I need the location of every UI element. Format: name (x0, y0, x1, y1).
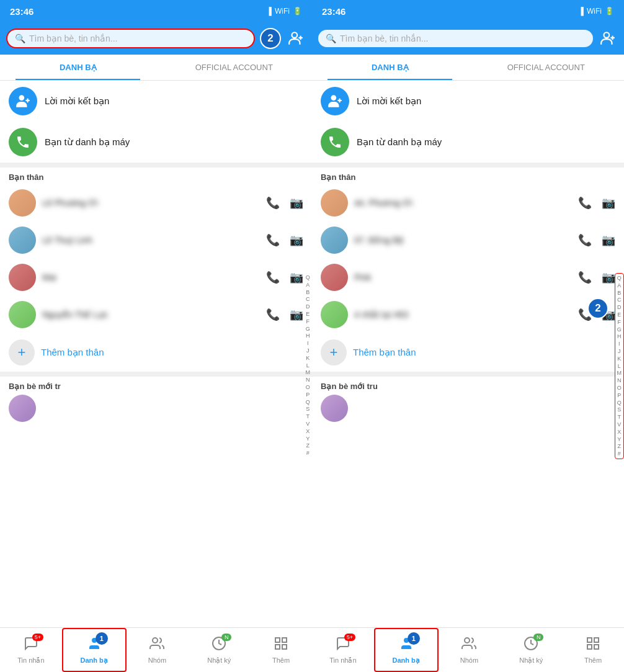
left-nav-messages[interactable]: 5+ Tin nhắn (0, 628, 62, 672)
left-tab-danh-ba[interactable]: DANH BẠ (0, 55, 156, 80)
right-search-placeholder: Tìm bạn bè, tin nhắn... (340, 34, 429, 43)
right-add-best-friend-btn[interactable]: + Thêm bạn thân (312, 333, 624, 372)
left-contact-2[interactable]: Lê Thuỳ Linh 📞 📷 (0, 222, 312, 259)
right-nav-contacts[interactable]: 1 Danh bạ (374, 628, 439, 672)
left-status-time: 23:46 (10, 6, 33, 17)
right-phone-contacts[interactable]: Bạn từ danh bạ máy (312, 122, 624, 163)
left-call-icon-4[interactable]: 📞 (266, 308, 280, 321)
left-contact-1[interactable]: Lê Phương Ơi 📞 📷 (0, 184, 312, 222)
left-contact-name-4: Nguyễn Thế Lực (42, 310, 260, 320)
right-nav-diary-label: Nhật ký (519, 656, 543, 665)
left-phone-contacts[interactable]: Bạn từ danh bạ máy (0, 122, 312, 163)
right-nav-groups[interactable]: Nhóm (439, 628, 501, 672)
left-nav-diary-badge: N (221, 634, 231, 641)
left-nav-more[interactable]: Thêm (250, 628, 312, 672)
right-friend-invite[interactable]: Lời mời kết bạn (312, 81, 624, 122)
svg-rect-10 (282, 638, 287, 642)
right-contact-1[interactable]: 44. Phương Ơi 📞 📷 (312, 184, 624, 222)
left-search-wrapper[interactable]: 🔍 Tìm bạn bè, tin nhắn... (6, 29, 255, 48)
right-tab-official[interactable]: OFFICIAL ACCOUNT (468, 55, 625, 80)
svg-rect-9 (275, 638, 280, 642)
left-contact-4[interactable]: Nguyễn Thế Lực 📞 📷 (0, 296, 312, 333)
left-actions-1: 📞 📷 (266, 196, 303, 210)
right-nav-diary[interactable]: N Nhật ký (500, 628, 562, 672)
right-nav-messages[interactable]: 5+ Tin nhắn (312, 628, 374, 672)
left-contact-name-3: Mai (42, 272, 260, 282)
right-nav-messages-badge: 5+ (344, 634, 355, 641)
right-avatar-2 (321, 226, 348, 254)
right-nav-contacts-label: Danh bạ (393, 656, 420, 665)
right-tab-danh-ba[interactable]: DANH BẠ (312, 55, 468, 80)
left-add-best-friend-btn[interactable]: + Thêm bạn thân (0, 333, 312, 372)
right-contact-name-3: Pink (354, 272, 572, 282)
right-avatar-4 (321, 301, 348, 328)
right-call-icon-2[interactable]: 📞 (578, 233, 592, 247)
left-new-friend-1[interactable] (9, 395, 303, 422)
right-nav-messages-label: Tin nhắn (329, 656, 356, 665)
right-video-icon-2[interactable]: 📷 (602, 233, 615, 247)
left-nav-contacts-label: Danh bạ (81, 656, 108, 665)
svg-point-0 (292, 32, 298, 38)
right-call-icon-3[interactable]: 📞 (578, 271, 592, 284)
left-nav-diary-label: Nhật ký (207, 656, 231, 665)
left-call-icon-3[interactable]: 📞 (266, 271, 280, 284)
left-video-icon-4[interactable]: 📷 (290, 308, 303, 321)
left-nav-messages-badge: 5+ (32, 634, 43, 641)
right-contact-3[interactable]: Pink 📞 📷 (312, 259, 624, 296)
wifi-icon: WiFi (275, 7, 290, 16)
left-nav-groups-label: Nhóm (148, 656, 166, 664)
right-actions-3: 📞 📷 (578, 271, 615, 284)
right-status-icons: ▐ WiFi 🔋 (578, 7, 614, 16)
left-friend-invite[interactable]: Lời mời kết bạn (0, 81, 312, 122)
left-avatar-2 (9, 226, 36, 254)
right-nav-more[interactable]: Thêm (562, 628, 624, 672)
right-video-icon-1[interactable]: 📷 (602, 196, 615, 210)
left-phone-panel: 23:46 ▐ WiFi 🔋 🔍 Tìm bạn bè, tin nhắn...… (0, 0, 312, 672)
left-nav-contacts-icon: 1 (87, 636, 102, 655)
left-nav-contacts[interactable]: 1 Danh bạ (62, 628, 127, 672)
right-new-friend-1[interactable] (321, 395, 615, 422)
left-call-icon-1[interactable]: 📞 (266, 196, 280, 210)
left-contact-3[interactable]: Mai 📞 📷 (0, 259, 312, 296)
svg-rect-22 (587, 638, 592, 642)
left-friend-invite-label: Lời mời kết bạn (45, 96, 303, 107)
right-friend-invite-label: Lời mời kết bạn (357, 96, 615, 107)
left-nav-groups[interactable]: Nhóm (127, 628, 189, 672)
svg-point-16 (331, 95, 337, 101)
right-add-circle: + (321, 339, 347, 365)
right-tabs: DANH BẠ OFFICIAL ACCOUNT (312, 55, 624, 81)
right-nav-messages-icon: 5+ (336, 636, 350, 655)
left-video-icon-2[interactable]: 📷 (290, 233, 303, 247)
left-nav-more-icon (274, 636, 288, 655)
right-divider-2 (312, 372, 624, 377)
right-search-bar: 🔍 Tìm bạn bè, tin nhắn... (312, 22, 624, 55)
right-new-friends: Bạn bè mới tru (312, 377, 624, 424)
left-avatar-3 (9, 264, 36, 291)
right-add-friend-btn[interactable] (598, 29, 618, 48)
right-phone-panel: 23:46 ▐ WiFi 🔋 🔍 Tìm bạn bè, tin nhắn...… (312, 0, 624, 672)
left-video-icon-3[interactable]: 📷 (290, 271, 303, 284)
left-add-friend-btn[interactable] (286, 29, 306, 48)
right-signal-icon: ▐ (578, 7, 584, 16)
right-actions-1: 📞 📷 (578, 196, 615, 210)
right-contact-name-2: 07. Đồng Bộ (354, 235, 572, 245)
right-nav-diary-icon: N (524, 636, 538, 655)
svg-rect-25 (594, 645, 599, 649)
left-video-icon-1[interactable]: 📷 (290, 196, 303, 210)
left-nav-contacts-badge: 1 (96, 632, 108, 645)
right-new-avatar (321, 395, 348, 422)
right-video-icon-3[interactable]: 📷 (602, 271, 615, 284)
right-search-wrapper[interactable]: 🔍 Tìm bạn bè, tin nhắn... (318, 30, 593, 47)
right-contact-2[interactable]: 07. Đồng Bộ 📞 📷 (312, 222, 624, 259)
left-tab-official[interactable]: OFFICIAL ACCOUNT (156, 55, 313, 80)
right-alpha-index: Q A B C D E F G H I J K L M N O P Q S T … (615, 273, 625, 459)
right-nav-more-icon (586, 636, 600, 655)
left-search-placeholder: Tìm bạn bè, tin nhắn... (29, 34, 118, 43)
left-nav-diary[interactable]: N Nhật ký (188, 628, 250, 672)
right-call-icon-1[interactable]: 📞 (578, 196, 592, 210)
left-call-icon-2[interactable]: 📞 (266, 233, 280, 247)
right-contact-4[interactable]: 4 nhắt tại #63 📞 📷 (312, 296, 624, 333)
svg-point-20 (465, 638, 470, 643)
right-nav-contacts-icon: 1 (399, 636, 414, 655)
left-actions-2: 📞 📷 (266, 233, 303, 247)
